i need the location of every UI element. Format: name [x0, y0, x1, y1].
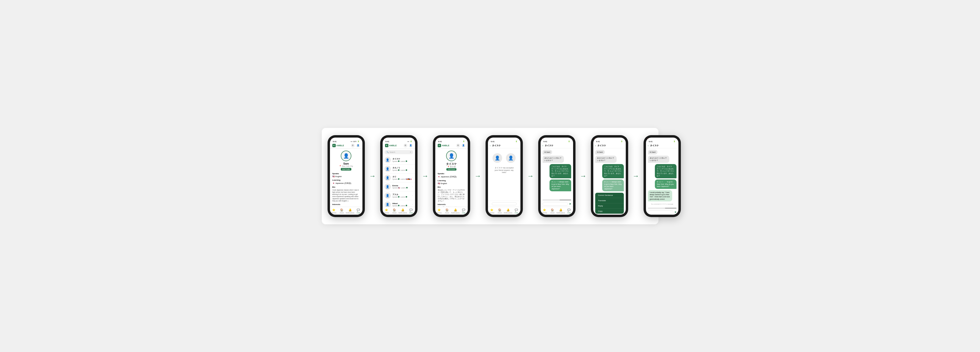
nav-home-3[interactable]: 🏠 Home — [443, 208, 451, 214]
nav-review-4[interactable]: ⭐ Review — [488, 208, 496, 214]
msg-input-4[interactable] — [492, 202, 517, 205]
correct-sentence-btn[interactable]: Correct Sentence — [595, 193, 624, 198]
back-btn-4[interactable]: ‹ — [490, 144, 491, 147]
settings-icon-2[interactable]: ⚙ — [404, 144, 407, 147]
time-3: 9:41 — [438, 141, 442, 142]
nav-chat-4[interactable]: 💬 Chat — [512, 208, 520, 214]
speaks-dot-4: Speaks — [393, 196, 400, 198]
back-btn-5[interactable]: ‹ — [542, 144, 543, 147]
status-bar-6: 9:41 🔋 — [593, 138, 626, 143]
review-label-1: Review — [331, 212, 336, 214]
profile-name-3: タイスケ — [446, 162, 457, 166]
msg-3-6: すごい！I always want to go to New York. Why… — [602, 179, 624, 191]
nav-notifications-4[interactable]: 🔔 Notifications — [504, 208, 512, 214]
scroll-thumb-7 — [665, 208, 676, 209]
bio-text-3: 僕は話したいです！アメリカのTVやよく英語を勉って、もっと知りたい。アメリカとイ… — [438, 189, 465, 202]
user-icon-2[interactable]: 👤 — [409, 144, 413, 147]
reply-btn[interactable]: Reply — [595, 203, 624, 209]
bottom-nav-4: ⭐ Review 🏠 Home 🔔 Notifications 💬 Chat — [488, 207, 520, 215]
learning-label-3: Learning — [438, 179, 465, 182]
time-2: 9:41 — [385, 141, 389, 142]
search-bar[interactable]: 🔍 Search ≡ — [385, 150, 413, 154]
msg-0-6: Hi Sam! — [595, 150, 605, 155]
nav-notifications-2[interactable]: 🔔 Notifications — [398, 208, 407, 214]
user-icon-1[interactable]: 👤 — [356, 144, 360, 147]
nav-home-2[interactable]: 🏠 Home — [391, 208, 398, 214]
nav-chat-5[interactable]: 💬 Chat — [565, 208, 573, 214]
msg-input-5[interactable] — [542, 202, 568, 206]
copy-btn[interactable]: Copy — [595, 209, 624, 214]
nav-review-5[interactable]: ⭐ Review — [541, 208, 549, 214]
phone-4: 9:41 🔋 ‹ タイスケ 👤 👤 タイスケ has accepted your… — [485, 135, 523, 217]
friend-info-4: アスカ Speaks Learns — [393, 193, 412, 198]
msg-input-7[interactable] — [648, 210, 673, 214]
notif-icon-1: 🔔 — [348, 208, 352, 211]
settings-icon-1[interactable]: ⚙ — [351, 144, 355, 147]
top-icons-2: ⚙ 👤 — [404, 144, 413, 147]
translate-btn[interactable]: Translate — [595, 198, 624, 203]
msg-input-bar-5: ➤ — [541, 201, 573, 207]
speaks-dot-3: Speaks 🇺🇸 — [393, 187, 400, 189]
chevron-4: › — [412, 194, 413, 197]
friend-name-1: タカノリ — [393, 166, 412, 169]
edit-profile-btn[interactable]: Edit Profile — [341, 168, 351, 171]
send-icon-7[interactable]: ➤ — [675, 210, 677, 214]
friend-item-0[interactable]: 👤 タイスケ Speaks Learns › — [383, 156, 415, 165]
back-btn-7[interactable]: ‹ — [648, 144, 649, 147]
nav-home-1[interactable]: 🏠 Home — [338, 208, 346, 214]
flag-en: 🇺🇸 — [332, 175, 335, 178]
phone-inner-2: 9:41 ▪▪▪ 🔋 A AMBLE ⚙ 👤 🔍 Search — [383, 138, 415, 215]
top-bar-3: A AMBLE ⚙ 👤 — [435, 143, 468, 149]
friend-info-3: Emma Speaks 🇺🇸 Learns — [393, 184, 412, 189]
chat-screen-5: ‹ タイスケ Hi Sam! あなたはどこに住んでいますか？ こんにちは タイス… — [541, 143, 573, 207]
signal-icon: ▪▪▪ — [351, 141, 352, 142]
phone-inner-6: 9:41 🔋 ‹ タイスケ Hi Sam! あなたはどこに住んでいますか？ こん… — [593, 138, 626, 215]
back-btn-6[interactable]: ‹ — [595, 144, 596, 147]
nav-review-1[interactable]: ⭐ Review — [330, 208, 338, 214]
wifi-icon: WiFi — [353, 141, 356, 142]
notch-2 — [393, 135, 405, 138]
home-icon-1: 🏠 — [340, 208, 344, 211]
friend-item-1[interactable]: 👤 タカノリ Speaks Learns › — [383, 165, 415, 173]
chat-screen-6: ‹ タイスケ Hi Sam! あなたはどこに住んでいますか？ こんにちは タイス… — [593, 143, 626, 215]
friend-item-4[interactable]: 👤 アスカ Speaks Learns › — [383, 191, 415, 200]
send-icon-5[interactable]: ➤ — [569, 202, 571, 205]
friend-item-3[interactable]: 👤 Emma Speaks 🇺🇸 Learns › — [383, 182, 415, 191]
friend-name-0: タイスケ — [393, 158, 412, 160]
nav-review-2[interactable]: ⭐ Review — [383, 208, 391, 214]
user-icon-3[interactable]: 👤 — [461, 144, 465, 147]
time-6: 9:41 — [596, 141, 600, 142]
battery-icon-6: 🔋 — [621, 141, 623, 142]
settings-icon-3[interactable]: ⚙ — [456, 144, 460, 147]
flag-jp: 🇯🇵 — [332, 182, 335, 184]
nav-home-5[interactable]: 🏠 Home — [549, 208, 557, 214]
speaks-dot-5: Speaks — [393, 205, 400, 206]
nav-notifications-5[interactable]: 🔔 Notifications — [557, 208, 565, 214]
bottom-nav-3: ⭐ Review 🏠 Home 🔔 Notifications 💬 Chat — [435, 207, 468, 215]
notch-3 — [445, 135, 457, 138]
add-friend-btn[interactable]: Add Friend — [446, 168, 456, 171]
filter-icon[interactable]: ≡ — [410, 151, 411, 153]
nav-chat-2[interactable]: 💬 Chat — [407, 208, 415, 214]
nav-notifications-1[interactable]: 🔔 Notifications — [346, 208, 354, 214]
status-bar-1: 9:41 ▪▪▪ WiFi 🔋 — [330, 138, 363, 143]
friend-item-2[interactable]: 👤 カリ Speaks Learns 🇺🇸🇩🇪🇫🇷 › — [383, 173, 415, 182]
friend-item-5[interactable]: 👤 Hikari Speaks Learns › — [383, 200, 415, 207]
speaks-lang-3: 🇯🇵 Japanese (日本語) — [438, 175, 465, 178]
nav-notifications-3[interactable]: 🔔 Notifications — [451, 208, 460, 214]
msg-1-6: あなたはどこに住んでいますか？ — [595, 156, 617, 163]
home-icon-2: 🏠 — [393, 208, 396, 211]
notch-5 — [551, 135, 563, 138]
status-icons-2: ▪▪▪ 🔋 — [407, 141, 412, 142]
friend-avatar-5: 👤 — [385, 202, 391, 207]
profile-name: Sam — [343, 162, 349, 165]
nav-review-3[interactable]: ⭐ Review — [435, 208, 443, 214]
nav-chat-3[interactable]: 💬 Chat — [460, 208, 468, 214]
scroll-indicator-5 — [542, 200, 571, 200]
nav-chat-1[interactable]: 💬 Chat — [354, 208, 362, 214]
status-icons-3: 🔋 — [463, 141, 465, 142]
phone-inner-1: 9:41 ▪▪▪ WiFi 🔋 A AMBLE ⚙ 👤 — [330, 138, 363, 215]
nav-home-4[interactable]: 🏠 Home — [496, 208, 504, 214]
logo-text-3: AMBLE — [442, 144, 449, 147]
notif-label-2: Notifications — [398, 212, 407, 214]
